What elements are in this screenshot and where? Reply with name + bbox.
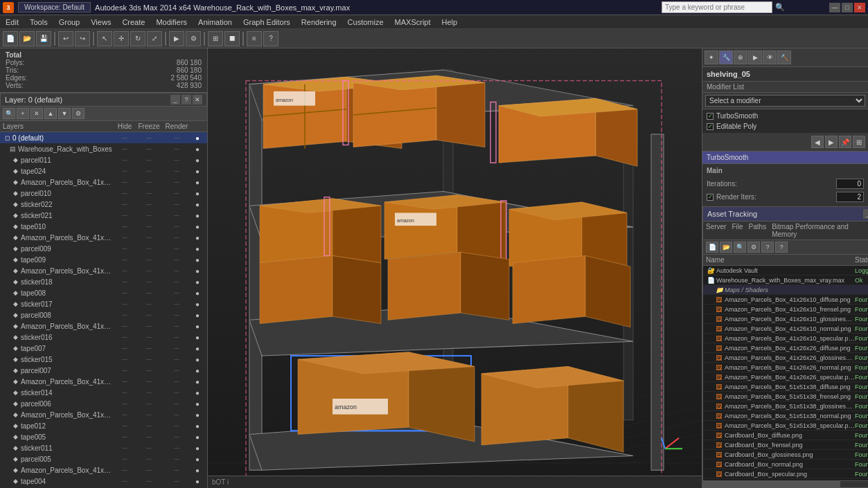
layer-item[interactable]: ◆ sticker017 ··· ··· ··· ● <box>0 298 207 309</box>
asset-row[interactable]: 🖼 Amazon_Parcels_Box_51x51x38_diffuse.pn… <box>703 382 868 392</box>
asset-row[interactable]: 🖼 Cardboard_Box_frensel.png Found <box>703 440 868 450</box>
layer-item[interactable]: ◆ sticker022 ··· ··· ··· ● <box>0 199 207 210</box>
layer-item[interactable]: ◆ parcel008 ··· ··· ··· ● <box>0 309 207 320</box>
asset-row[interactable]: 🖼 Cardboard_Box_specular.png Found <box>703 469 868 479</box>
asset-row[interactable]: 🖼 Amazon_Parcels_Box_51x51x38_frensel.pn… <box>703 392 868 401</box>
asset-row[interactable]: 🖼 Cardboard_Box_glossiness.png Found <box>703 450 868 460</box>
rotate-button[interactable]: ↻ <box>130 31 145 46</box>
layer-item[interactable]: ◆ sticker011 ··· ··· ··· ● <box>0 442 207 453</box>
layer-panel-close[interactable]: ✕ <box>193 95 202 105</box>
layer-item[interactable]: ◆ tape024 ··· ··· ··· ● <box>0 165 207 177</box>
close-button[interactable]: ✕ <box>854 3 865 12</box>
asset-hscrollbar[interactable] <box>703 480 868 487</box>
asset-menu-bitmap[interactable]: Bitmap Performance and Memory <box>772 223 867 238</box>
layer-item[interactable]: ◆ tape010 ··· ··· ··· ● <box>0 221 207 232</box>
layer-item[interactable]: ◆ Amazon_Parcels_Box_41x26x10_2 ··· ··· … <box>0 265 207 276</box>
render-button[interactable]: ▶ <box>169 31 184 46</box>
search-input[interactable] <box>662 1 772 13</box>
render-setup-button[interactable]: ⚙ <box>186 31 201 46</box>
snap-button[interactable]: 🔲 <box>224 31 240 46</box>
layer-options-button[interactable]: ⚙ <box>72 108 85 119</box>
search-icon[interactable]: 🔍 <box>775 3 785 12</box>
layer-item[interactable]: ◆ tape012 ··· ··· ··· ● <box>0 420 207 431</box>
layer-item[interactable]: ◆ Amazon_Parcels_Box_41x26x10_1 ··· ··· … <box>0 409 207 420</box>
asset-minimize-button[interactable]: _ <box>863 209 868 219</box>
layer-item[interactable]: ◆ parcel011 ··· ··· ··· ● <box>0 154 207 165</box>
asset-menu-paths[interactable]: Paths <box>749 223 767 238</box>
layer-item[interactable]: ◆ Amazon_Parcels_Box_41x26x10_5 ··· ··· … <box>0 320 207 332</box>
menu-graph-editors[interactable]: Graph Editors <box>240 17 293 28</box>
create-button[interactable]: ✦ <box>705 51 718 64</box>
asset-row[interactable]: 🖼 Cardboard_Box_normal.png Found <box>703 460 868 469</box>
asset-row[interactable]: 🖼 Amazon_Parcels_Box_41x26x10_normal.png… <box>703 324 868 334</box>
mod-pin-stack[interactable]: 📌 <box>839 136 851 148</box>
edpoly-checkbox[interactable]: ✓ <box>707 123 714 130</box>
asset-row[interactable]: 🖼 Cardboard_Box_diffuse.png Found <box>703 431 868 440</box>
asset-row[interactable]: 📁 Maps / Shaders <box>703 285 868 295</box>
menu-views[interactable]: Views <box>88 17 114 28</box>
menu-help[interactable]: Help <box>439 17 461 28</box>
renderiters-input[interactable] <box>836 192 864 202</box>
asset-help-button[interactable]: ? <box>761 242 774 253</box>
layer-panel-help[interactable]: ? <box>181 95 191 105</box>
utilities-button[interactable]: 🔨 <box>777 51 791 64</box>
layer-item[interactable]: ◆ sticker015 ··· ··· ··· ● <box>0 354 207 365</box>
asset-row[interactable]: 🖼 Amazon_Parcels_Box_41x26x10_glossiness… <box>703 314 868 324</box>
redo-button[interactable]: ↪ <box>75 31 90 46</box>
layer-move-up-button[interactable]: ▲ <box>44 108 57 119</box>
layer-item[interactable]: ◆ tape008 ··· ··· ··· ● <box>0 287 207 298</box>
hierarchy-button[interactable]: ⊕ <box>734 51 747 64</box>
asset-row[interactable]: 📄 Warehouse_Rack_with_Boxes_max_vray.max… <box>703 275 868 285</box>
menu-group[interactable]: Group <box>56 17 83 28</box>
layer-item[interactable]: ◻ 0 (default) ··· ··· ··· ● <box>0 132 207 143</box>
layer-add-button[interactable]: + <box>17 108 29 119</box>
modifier-turbosmoothitem[interactable]: ✓ TurboSmooth <box>704 111 867 121</box>
menu-maxscript[interactable]: MAXScript <box>392 17 434 28</box>
modifier-dropdown[interactable]: Select a modifier <box>705 95 865 107</box>
asset-row[interactable]: 🖼 Amazon_Parcels_Box_41x26x10_diffuse.pn… <box>703 295 868 305</box>
layer-item[interactable]: ◆ sticker021 ··· ··· ··· ● <box>0 210 207 221</box>
asset-tool-1[interactable]: 📄 <box>706 242 718 253</box>
layer-item[interactable]: ▤ Warehouse_Rack_with_Boxes ··· ··· ··· … <box>0 143 207 154</box>
layer-item[interactable]: ◆ parcel005 ··· ··· ··· ● <box>0 453 207 464</box>
asset-help2-button[interactable]: ? <box>775 242 788 253</box>
menu-modifiers[interactable]: Modifiers <box>153 17 190 28</box>
modify-button[interactable]: 🔧 <box>719 51 733 64</box>
layer-search-icon[interactable]: 🔍 <box>3 108 15 119</box>
menu-create[interactable]: Create <box>119 17 148 28</box>
scale-button[interactable]: ⤢ <box>147 31 162 46</box>
asset-tool-3[interactable]: 🔍 <box>734 242 746 253</box>
asset-row[interactable]: 🖼 Amazon_Parcels_Box_41x26x10_specular.p… <box>703 334 868 343</box>
mod-nav-right[interactable]: ▶ <box>825 136 838 148</box>
maximize-button[interactable]: □ <box>842 3 853 12</box>
iterations-input[interactable] <box>836 179 864 189</box>
layer-item[interactable]: ◆ parcel009 ··· ··· ··· ● <box>0 243 207 254</box>
asset-row[interactable]: 🖼 Amazon_Parcels_Box_41x26x26_normal.png… <box>703 363 868 372</box>
asset-row[interactable]: 🖼 Amazon_Parcels_Box_51x51x38_normal.png… <box>703 411 868 421</box>
motion-button[interactable]: ▶ <box>748 51 762 64</box>
layer-item[interactable]: ◆ Amazon_Parcels_Box_41x26x26_1 ··· ··· … <box>0 232 207 243</box>
layer-item[interactable]: ◆ sticker016 ··· ··· ··· ● <box>0 332 207 343</box>
layer-item[interactable]: ◆ sticker018 ··· ··· ··· ● <box>0 276 207 287</box>
asset-table[interactable]: 🔐 Autodesk Vault Logged O 📄 Warehouse_Ra… <box>703 266 868 480</box>
move-button[interactable]: ✛ <box>114 31 129 46</box>
turbos-checkbox[interactable]: ✓ <box>707 113 714 120</box>
undo-button[interactable]: ↩ <box>58 31 73 46</box>
menu-tools[interactable]: Tools <box>27 17 51 28</box>
save-button[interactable]: 💾 <box>36 31 51 46</box>
menu-animation[interactable]: Animation <box>195 17 235 28</box>
asset-menu-server[interactable]: Server <box>706 223 726 238</box>
layer-move-down-button[interactable]: ▼ <box>58 108 71 119</box>
mod-show-end[interactable]: ⊞ <box>853 136 865 148</box>
menu-edit[interactable]: Edit <box>3 17 21 28</box>
asset-row[interactable]: 🖼 Amazon_Parcels_Box_51x51x38_glossiness… <box>703 401 868 411</box>
workspace-button[interactable]: Workspace: Default <box>18 2 91 12</box>
open-button[interactable]: 📂 <box>19 31 35 46</box>
helpers-button[interactable]: ? <box>263 31 278 46</box>
menu-rendering[interactable]: Rendering <box>299 17 339 28</box>
modifier-edpoly-item[interactable]: ✓ Editable Poly <box>704 121 867 132</box>
layer-item[interactable]: ◆ sticker014 ··· ··· ··· ● <box>0 387 207 398</box>
layer-item[interactable]: ◆ parcel007 ··· ··· ··· ● <box>0 365 207 376</box>
asset-row[interactable]: 🖼 Amazon_Parcels_Box_41x26x10_frensel.pn… <box>703 305 868 314</box>
asset-row[interactable]: 🔐 Autodesk Vault Logged O <box>703 266 868 275</box>
